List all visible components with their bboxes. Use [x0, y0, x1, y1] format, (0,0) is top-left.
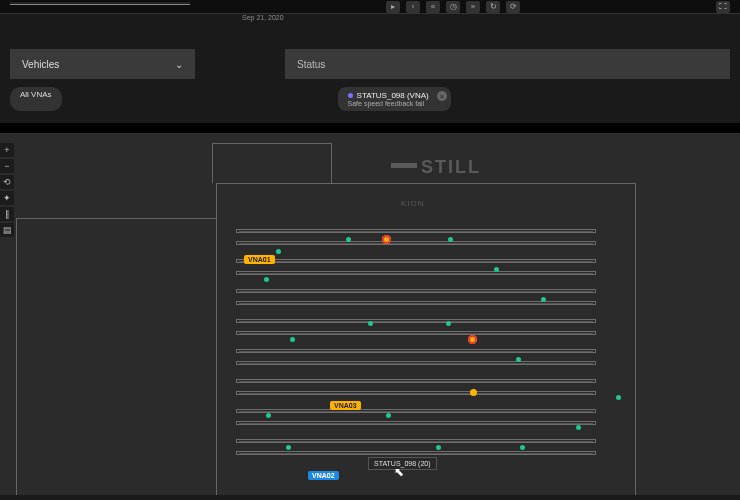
alert-dot[interactable] [382, 235, 391, 244]
vehicle-dot[interactable] [446, 321, 451, 326]
rack-lane [236, 331, 596, 335]
vehicle-dot[interactable] [368, 321, 373, 326]
chip-all-vnas[interactable]: All VNAs [10, 87, 62, 111]
vehicle-dot[interactable] [264, 277, 269, 282]
chip-status-098[interactable]: STATUS_098 (VNA) Safe speed feedback fai… [338, 87, 451, 111]
step-back-button[interactable]: ‹ [406, 1, 420, 13]
rack-lane [236, 349, 596, 353]
vehicle-dot[interactable] [386, 413, 391, 418]
rack-lane [236, 271, 596, 275]
vehicle-dot[interactable] [346, 237, 351, 242]
rack-lane [236, 439, 596, 443]
settings-button[interactable]: ✦ [0, 191, 14, 205]
vehicle-dot[interactable] [286, 445, 291, 450]
loop-button[interactable]: ⟳ [506, 1, 520, 13]
chip-status-title: STATUS_098 (VNA) [348, 91, 429, 100]
search-input[interactable] [10, 2, 190, 5]
map-toolbar: + − ⟲ ✦ ‖ ▤ [0, 143, 14, 237]
rack-lane [236, 409, 596, 413]
vehicle-dot[interactable] [541, 297, 546, 302]
rack-lane [236, 421, 596, 425]
vehicle-dot[interactable] [276, 249, 281, 254]
vehicle-label-vna03[interactable]: VNA03 [330, 401, 361, 410]
vehicle-dot[interactable] [448, 237, 453, 242]
rack-lane [236, 391, 596, 395]
vehicle-label-vna01[interactable]: VNA01 [244, 255, 275, 264]
top-bar: ▸ ‹ « ◷ » ↻ ⟳ ⛶ [0, 0, 740, 14]
rack-lane [236, 289, 596, 293]
forward-button[interactable]: » [466, 1, 480, 13]
chip-status-msg: Safe speed feedback fail [348, 100, 429, 107]
vehicle-dot[interactable] [290, 337, 295, 342]
chips-row: All VNAs STATUS_098 (VNA) Safe speed fee… [0, 87, 740, 123]
rack-lane [236, 259, 596, 263]
vehicle-dot[interactable] [436, 445, 441, 450]
vehicles-dropdown[interactable]: Vehicles ⌄ [10, 49, 195, 79]
vehicle-dot[interactable] [266, 413, 271, 418]
refresh-button[interactable]: ↻ [486, 1, 500, 13]
zoom-in-button[interactable]: + [0, 143, 14, 157]
cursor-icon: ⬉ [394, 465, 406, 479]
vehicle-dot[interactable] [616, 395, 621, 400]
rack-lane [236, 319, 596, 323]
vehicles-dropdown-label: Vehicles [22, 59, 59, 70]
vehicle-label-vna02[interactable]: VNA02 [308, 471, 339, 480]
rewind-button[interactable]: « [426, 1, 440, 13]
map-area[interactable]: + − ⟲ ✦ ‖ ▤ STILL KION [0, 133, 740, 495]
filter-row: Vehicles ⌄ Status [0, 14, 740, 87]
still-logo: STILL [391, 157, 481, 178]
rack-lane [236, 361, 596, 365]
chevron-down-icon: ⌄ [175, 59, 183, 70]
status-filter[interactable]: Status [285, 49, 730, 79]
zoom-out-button[interactable]: − [0, 159, 14, 173]
fullscreen-button[interactable]: ⛶ [716, 1, 730, 13]
status-dot-icon [348, 93, 353, 98]
layers-button[interactable]: ▤ [0, 223, 14, 237]
status-filter-label: Status [297, 59, 325, 70]
vehicle-dot[interactable] [494, 267, 499, 272]
warehouse-plan: STILL KION [16, 143, 730, 495]
clock-button[interactable]: ◷ [446, 1, 460, 13]
rack-lane [236, 379, 596, 383]
vehicle-dot[interactable] [516, 357, 521, 362]
close-icon[interactable]: × [437, 91, 447, 101]
kion-logo: KION [401, 199, 425, 208]
alert-dot[interactable] [468, 335, 477, 344]
date-label: Sep 21, 2020 [242, 14, 284, 21]
vehicle-dot[interactable] [576, 425, 581, 430]
warn-dot[interactable] [470, 389, 477, 396]
divider [0, 123, 740, 133]
play-button[interactable]: ▸ [386, 1, 400, 13]
rack-lane [236, 451, 596, 455]
reset-view-button[interactable]: ⟲ [0, 175, 14, 189]
vehicle-dot[interactable] [520, 445, 525, 450]
rack-lane [236, 229, 596, 233]
columns-button[interactable]: ‖ [0, 207, 14, 221]
rack-lane [236, 241, 596, 245]
